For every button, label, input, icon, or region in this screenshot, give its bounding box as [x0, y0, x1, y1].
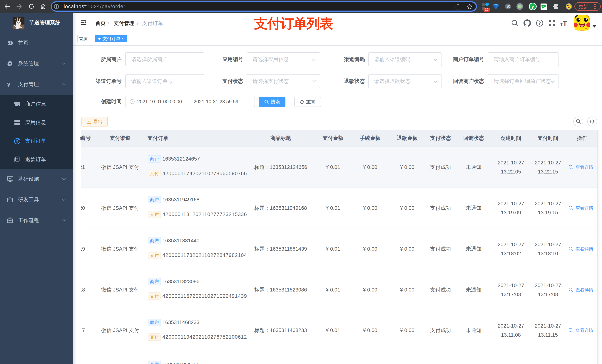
- svg-text:?: ?: [538, 21, 541, 26]
